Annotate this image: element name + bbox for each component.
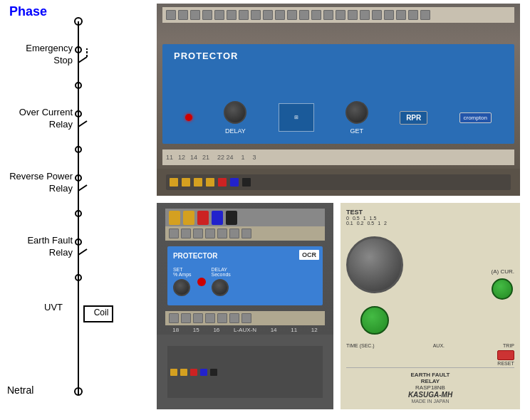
green-button-2 <box>492 278 513 300</box>
time-label: TIME (SEC.) <box>346 343 375 348</box>
trip-label: TRIP <box>503 343 514 348</box>
green-button-1 <box>360 306 389 335</box>
uvt-label: UVT <box>44 302 63 313</box>
protector-rpr-image: PROTECTOR DELAY ⊞ <box>157 4 520 196</box>
rpr-badge: RPR <box>400 111 427 125</box>
test-label: TEST <box>346 209 387 216</box>
ocr-protector-image: OCR PROTECTOR SET% Amps DELAYSeconds <box>157 203 333 409</box>
protector-label: PROTECTOR <box>168 48 244 64</box>
svg-line-11 <box>78 121 87 127</box>
ocr-blue-panel: OCR PROTECTOR SET% Amps DELAYSeconds <box>167 246 323 305</box>
efr-made-in: MADE IN JAPAN <box>346 399 514 404</box>
aux-label: AUX. <box>433 343 445 348</box>
crompton-badge: crompton <box>459 112 492 123</box>
terminal-strip-top <box>162 7 514 23</box>
emergency-stop-label: EmergencyStop <box>9 43 73 67</box>
circuit-diagram: Phase <box>0 0 150 420</box>
efr-brand: KASUGA-MH <box>346 391 514 399</box>
efr-model: RASP18NB <box>346 384 514 391</box>
main-knob <box>346 236 403 293</box>
blue-panel: PROTECTOR DELAY ⊞ <box>162 44 514 144</box>
reset-label: RESET <box>497 361 514 366</box>
ocr-protector-label: PROTECTOR <box>173 252 317 260</box>
svg-line-21 <box>78 249 87 255</box>
earth-fault-relay-image: TEST 00.511.5 0.10.20.512 (A) C <box>341 203 520 409</box>
get-knob <box>345 101 368 124</box>
efr-title-line1: EARTH FAULT <box>346 372 514 378</box>
efr-label: Earth FaultRelay <box>4 235 73 259</box>
rpr-label: Reverse PowerRelay <box>0 171 73 195</box>
images-panel: PROTECTOR DELAY ⊞ <box>150 0 530 420</box>
delay-label: DELAY <box>225 127 246 135</box>
get-label: GET <box>350 127 364 135</box>
svg-line-4 <box>78 57 87 63</box>
coil-label: Coil <box>87 308 115 317</box>
led-indicator <box>185 114 192 121</box>
delay-knob-1 <box>224 101 246 124</box>
netral-label: Netral <box>7 384 33 396</box>
ocr-led <box>197 278 206 286</box>
ocr-badge: OCR <box>299 250 319 260</box>
ocr-label: Over CurrentRelay <box>4 107 73 131</box>
svg-line-16 <box>78 185 87 191</box>
cur-label: (A) CUR. <box>492 268 514 275</box>
efr-title-line2: RELAY <box>346 378 514 384</box>
